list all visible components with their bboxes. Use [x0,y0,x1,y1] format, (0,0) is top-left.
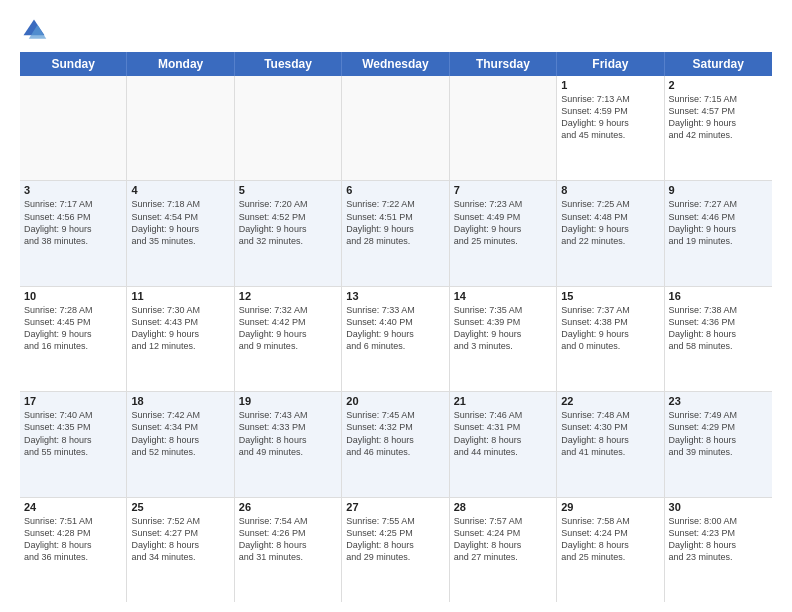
day-info: Sunrise: 7:25 AM Sunset: 4:48 PM Dayligh… [561,198,659,247]
empty-cell [450,76,557,180]
day-info: Sunrise: 8:00 AM Sunset: 4:23 PM Dayligh… [669,515,768,564]
calendar-week-3: 10Sunrise: 7:28 AM Sunset: 4:45 PM Dayli… [20,287,772,392]
day-cell-9: 9Sunrise: 7:27 AM Sunset: 4:46 PM Daylig… [665,181,772,285]
header-day-thursday: Thursday [450,52,557,76]
day-number: 26 [239,501,337,513]
day-cell-26: 26Sunrise: 7:54 AM Sunset: 4:26 PM Dayli… [235,498,342,602]
day-number: 27 [346,501,444,513]
empty-cell [235,76,342,180]
day-info: Sunrise: 7:58 AM Sunset: 4:24 PM Dayligh… [561,515,659,564]
day-info: Sunrise: 7:30 AM Sunset: 4:43 PM Dayligh… [131,304,229,353]
day-info: Sunrise: 7:22 AM Sunset: 4:51 PM Dayligh… [346,198,444,247]
calendar: SundayMondayTuesdayWednesdayThursdayFrid… [20,52,772,602]
day-number: 19 [239,395,337,407]
day-number: 25 [131,501,229,513]
day-info: Sunrise: 7:17 AM Sunset: 4:56 PM Dayligh… [24,198,122,247]
day-number: 14 [454,290,552,302]
calendar-header: SundayMondayTuesdayWednesdayThursdayFrid… [20,52,772,76]
day-cell-10: 10Sunrise: 7:28 AM Sunset: 4:45 PM Dayli… [20,287,127,391]
day-number: 28 [454,501,552,513]
day-number: 4 [131,184,229,196]
day-cell-25: 25Sunrise: 7:52 AM Sunset: 4:27 PM Dayli… [127,498,234,602]
day-info: Sunrise: 7:45 AM Sunset: 4:32 PM Dayligh… [346,409,444,458]
day-cell-14: 14Sunrise: 7:35 AM Sunset: 4:39 PM Dayli… [450,287,557,391]
day-cell-4: 4Sunrise: 7:18 AM Sunset: 4:54 PM Daylig… [127,181,234,285]
page-header [20,16,772,44]
day-info: Sunrise: 7:35 AM Sunset: 4:39 PM Dayligh… [454,304,552,353]
day-number: 1 [561,79,659,91]
day-number: 8 [561,184,659,196]
day-info: Sunrise: 7:42 AM Sunset: 4:34 PM Dayligh… [131,409,229,458]
day-info: Sunrise: 7:46 AM Sunset: 4:31 PM Dayligh… [454,409,552,458]
calendar-week-2: 3Sunrise: 7:17 AM Sunset: 4:56 PM Daylig… [20,181,772,286]
logo [20,16,52,44]
day-cell-13: 13Sunrise: 7:33 AM Sunset: 4:40 PM Dayli… [342,287,449,391]
day-cell-30: 30Sunrise: 8:00 AM Sunset: 4:23 PM Dayli… [665,498,772,602]
day-cell-15: 15Sunrise: 7:37 AM Sunset: 4:38 PM Dayli… [557,287,664,391]
day-number: 16 [669,290,768,302]
day-info: Sunrise: 7:13 AM Sunset: 4:59 PM Dayligh… [561,93,659,142]
day-number: 2 [669,79,768,91]
calendar-body: 1Sunrise: 7:13 AM Sunset: 4:59 PM Daylig… [20,76,772,602]
day-cell-24: 24Sunrise: 7:51 AM Sunset: 4:28 PM Dayli… [20,498,127,602]
day-number: 30 [669,501,768,513]
day-cell-6: 6Sunrise: 7:22 AM Sunset: 4:51 PM Daylig… [342,181,449,285]
day-number: 20 [346,395,444,407]
day-cell-5: 5Sunrise: 7:20 AM Sunset: 4:52 PM Daylig… [235,181,342,285]
day-info: Sunrise: 7:55 AM Sunset: 4:25 PM Dayligh… [346,515,444,564]
day-cell-12: 12Sunrise: 7:32 AM Sunset: 4:42 PM Dayli… [235,287,342,391]
day-number: 13 [346,290,444,302]
day-number: 22 [561,395,659,407]
day-cell-11: 11Sunrise: 7:30 AM Sunset: 4:43 PM Dayli… [127,287,234,391]
day-number: 3 [24,184,122,196]
day-cell-1: 1Sunrise: 7:13 AM Sunset: 4:59 PM Daylig… [557,76,664,180]
day-info: Sunrise: 7:57 AM Sunset: 4:24 PM Dayligh… [454,515,552,564]
logo-icon [20,16,48,44]
day-info: Sunrise: 7:23 AM Sunset: 4:49 PM Dayligh… [454,198,552,247]
day-cell-23: 23Sunrise: 7:49 AM Sunset: 4:29 PM Dayli… [665,392,772,496]
day-info: Sunrise: 7:20 AM Sunset: 4:52 PM Dayligh… [239,198,337,247]
day-number: 23 [669,395,768,407]
day-number: 21 [454,395,552,407]
day-info: Sunrise: 7:33 AM Sunset: 4:40 PM Dayligh… [346,304,444,353]
day-cell-28: 28Sunrise: 7:57 AM Sunset: 4:24 PM Dayli… [450,498,557,602]
day-number: 9 [669,184,768,196]
header-day-monday: Monday [127,52,234,76]
day-number: 5 [239,184,337,196]
day-cell-27: 27Sunrise: 7:55 AM Sunset: 4:25 PM Dayli… [342,498,449,602]
day-cell-7: 7Sunrise: 7:23 AM Sunset: 4:49 PM Daylig… [450,181,557,285]
day-number: 11 [131,290,229,302]
header-day-tuesday: Tuesday [235,52,342,76]
header-day-friday: Friday [557,52,664,76]
day-info: Sunrise: 7:27 AM Sunset: 4:46 PM Dayligh… [669,198,768,247]
day-info: Sunrise: 7:15 AM Sunset: 4:57 PM Dayligh… [669,93,768,142]
day-info: Sunrise: 7:49 AM Sunset: 4:29 PM Dayligh… [669,409,768,458]
calendar-week-4: 17Sunrise: 7:40 AM Sunset: 4:35 PM Dayli… [20,392,772,497]
day-cell-21: 21Sunrise: 7:46 AM Sunset: 4:31 PM Dayli… [450,392,557,496]
day-number: 29 [561,501,659,513]
day-number: 17 [24,395,122,407]
calendar-week-1: 1Sunrise: 7:13 AM Sunset: 4:59 PM Daylig… [20,76,772,181]
day-cell-8: 8Sunrise: 7:25 AM Sunset: 4:48 PM Daylig… [557,181,664,285]
day-cell-16: 16Sunrise: 7:38 AM Sunset: 4:36 PM Dayli… [665,287,772,391]
day-cell-18: 18Sunrise: 7:42 AM Sunset: 4:34 PM Dayli… [127,392,234,496]
header-day-wednesday: Wednesday [342,52,449,76]
day-number: 24 [24,501,122,513]
day-cell-22: 22Sunrise: 7:48 AM Sunset: 4:30 PM Dayli… [557,392,664,496]
day-number: 6 [346,184,444,196]
day-info: Sunrise: 7:43 AM Sunset: 4:33 PM Dayligh… [239,409,337,458]
page: SundayMondayTuesdayWednesdayThursdayFrid… [0,0,792,612]
day-info: Sunrise: 7:51 AM Sunset: 4:28 PM Dayligh… [24,515,122,564]
day-cell-17: 17Sunrise: 7:40 AM Sunset: 4:35 PM Dayli… [20,392,127,496]
day-cell-29: 29Sunrise: 7:58 AM Sunset: 4:24 PM Dayli… [557,498,664,602]
day-info: Sunrise: 7:48 AM Sunset: 4:30 PM Dayligh… [561,409,659,458]
day-number: 15 [561,290,659,302]
empty-cell [342,76,449,180]
day-info: Sunrise: 7:28 AM Sunset: 4:45 PM Dayligh… [24,304,122,353]
empty-cell [20,76,127,180]
day-number: 10 [24,290,122,302]
day-info: Sunrise: 7:32 AM Sunset: 4:42 PM Dayligh… [239,304,337,353]
header-day-sunday: Sunday [20,52,127,76]
day-info: Sunrise: 7:54 AM Sunset: 4:26 PM Dayligh… [239,515,337,564]
day-info: Sunrise: 7:38 AM Sunset: 4:36 PM Dayligh… [669,304,768,353]
